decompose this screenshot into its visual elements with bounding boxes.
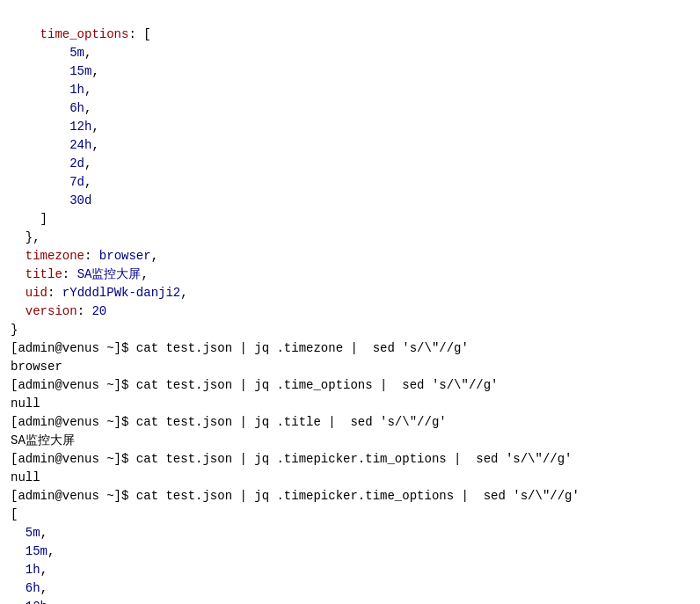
- terminal-line: SA监控大屏: [11, 432, 689, 450]
- terminal-line: 6h,: [11, 579, 689, 598]
- terminal-line: },: [11, 229, 689, 247]
- terminal-line: [: [11, 506, 689, 524]
- terminal-line: 12h,: [11, 598, 689, 604]
- terminal-line: 1h,: [11, 561, 689, 579]
- terminal-line: 7d,: [11, 173, 689, 192]
- terminal-line: null: [11, 469, 689, 487]
- terminal-line: time_options: [: [11, 25, 689, 44]
- terminal-line: 5m,: [11, 524, 689, 542]
- terminal-line: version: 20: [11, 302, 689, 321]
- terminal-line: 1h,: [11, 81, 689, 99]
- terminal-line: 5m,: [11, 44, 689, 62]
- terminal-line: 6h,: [11, 99, 689, 118]
- terminal-line: 24h,: [11, 136, 689, 155]
- terminal-line: 15m,: [11, 62, 689, 81]
- terminal-line: 15m,: [11, 542, 689, 561]
- terminal-line: 2d,: [11, 155, 689, 173]
- terminal-line: }: [11, 321, 689, 339]
- terminal-line: timezone: browser,: [11, 247, 689, 266]
- terminal-output: time_options: [ 5m, 15m, 1h, 6h, 12h, 24…: [11, 7, 689, 604]
- terminal-line: ]: [11, 210, 689, 229]
- terminal-line: [admin@venus ~]$ cat test.json | jq .tit…: [11, 413, 689, 432]
- terminal-line: [admin@venus ~]$ cat test.json | jq .tim…: [11, 487, 689, 506]
- terminal-line: [admin@venus ~]$ cat test.json | jq .tim…: [11, 376, 689, 395]
- terminal-line: 12h,: [11, 118, 689, 136]
- terminal-line: browser: [11, 358, 689, 376]
- terminal-line: 30d: [11, 192, 689, 210]
- terminal-line: [admin@venus ~]$ cat test.json | jq .tim…: [11, 450, 689, 469]
- terminal-line: [admin@venus ~]$ cat test.json | jq .tim…: [11, 339, 689, 358]
- terminal-line: null: [11, 395, 689, 413]
- terminal-line: title: SA监控大屏,: [11, 266, 689, 284]
- terminal-line: uid: rYdddlPWk-danji2,: [11, 284, 689, 302]
